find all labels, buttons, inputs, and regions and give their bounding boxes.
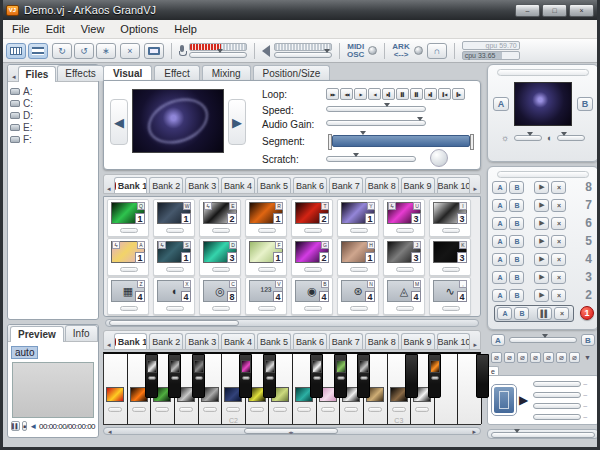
bypass-button-3[interactable]: ⌀ [517, 352, 528, 363]
bank-tab-1[interactable]: Bank 1 [114, 333, 148, 349]
tab-mixing[interactable]: Mixing [202, 65, 251, 81]
cell-slider[interactable] [350, 306, 368, 311]
bank-scroll-right-icon[interactable]: ▸ [471, 341, 479, 349]
visual-cell[interactable]: ¹²³V4 [245, 277, 287, 315]
layer2-stop-button[interactable]: × [551, 289, 566, 302]
tab-files[interactable]: Files [18, 66, 57, 82]
visual-cell[interactable]: ◖X4 [153, 277, 195, 315]
bank-tab-7[interactable]: Bank 7 [329, 333, 363, 349]
layer8-stop-button[interactable]: × [551, 181, 566, 194]
bank-tab-5[interactable]: Bank 5 [257, 333, 291, 349]
visual-cell[interactable]: ◉B4 [291, 277, 333, 315]
clear-button[interactable]: × [120, 43, 140, 59]
layer7-play-button[interactable]: ▶ [534, 199, 549, 212]
channel-a-button[interactable]: A [493, 97, 509, 111]
layer6-play-button[interactable]: ▶ [534, 217, 549, 230]
layer6-stop-button[interactable]: × [551, 217, 566, 230]
cell-slider[interactable] [396, 267, 414, 272]
visual-cell[interactable]: G2 [291, 238, 333, 276]
master-speed-slider[interactable] [487, 429, 599, 439]
cell-slider[interactable] [212, 306, 230, 311]
key-slider[interactable] [108, 407, 122, 412]
crossfader-a-button[interactable]: A [491, 334, 505, 346]
loop-mode-button-9[interactable]: ▌◀ [438, 88, 451, 100]
mixer-view-button[interactable] [28, 43, 48, 59]
time-rewind-icon[interactable]: ◄ [29, 422, 37, 431]
tab-effects[interactable]: Effects [57, 65, 103, 81]
output-gain-slider[interactable] [274, 52, 332, 58]
loop-mode-button-3[interactable]: ▶ [354, 88, 367, 100]
bank-tab-1[interactable]: Bank 1 [114, 177, 148, 193]
crossfader-slider[interactable] [509, 337, 577, 343]
key-slider[interactable] [226, 407, 240, 412]
tab-effect[interactable]: Effect [154, 65, 199, 81]
visual-cell[interactable]: F1 [245, 238, 287, 276]
cell-slider[interactable] [442, 306, 460, 311]
cell-slider[interactable] [120, 228, 138, 233]
contrast-slider[interactable] [557, 135, 585, 141]
sync-a-button[interactable]: ↻ [52, 43, 72, 59]
bank-tab-6[interactable]: Bank 6 [293, 177, 327, 193]
keyboard-view-button[interactable] [6, 43, 26, 59]
visual-cell[interactable]: K3 [429, 238, 471, 276]
mic-gain-slider[interactable] [189, 52, 247, 58]
key-slider[interactable] [297, 407, 311, 412]
layer3-b-button[interactable]: B [509, 271, 524, 284]
loop-mode-button-6[interactable]: ▌▌ [396, 88, 409, 100]
bank-tab-4[interactable]: Bank 4 [221, 177, 255, 193]
visual-cell[interactable]: Y1 [337, 199, 379, 237]
key-slider[interactable] [392, 407, 406, 412]
layer1-a-button[interactable]: A [497, 307, 512, 320]
scratch-knob[interactable] [430, 149, 448, 167]
layer3-stop-button[interactable]: × [551, 271, 566, 284]
scratch-slider[interactable] [326, 156, 416, 162]
bypass-button-6[interactable]: ⌀ [556, 352, 567, 363]
tab-preview[interactable]: Preview [10, 326, 64, 342]
visual-cell[interactable]: ▦Z4 [107, 277, 149, 315]
black-key[interactable] [168, 354, 181, 398]
drive-item[interactable]: E: [10, 121, 96, 133]
tab-scroll-left-icon[interactable]: ◂ [10, 73, 18, 81]
key-slider[interactable] [203, 407, 217, 412]
bank-tab-3[interactable]: Bank 3 [185, 177, 219, 193]
visual-cell[interactable]: ◬M4 [383, 277, 425, 315]
key-slider[interactable] [415, 407, 429, 412]
layer8-play-button[interactable]: ▶ [534, 181, 549, 194]
cell-slider[interactable] [212, 267, 230, 272]
layer1-b-button[interactable]: B [514, 307, 529, 320]
layer5-a-button[interactable]: A [492, 235, 507, 248]
visual-cell[interactable]: H1 [337, 238, 379, 276]
black-key[interactable] [428, 354, 441, 398]
tab-visual[interactable]: Visual [103, 65, 152, 81]
visual-cell[interactable]: R1 [245, 199, 287, 237]
black-key[interactable] [263, 354, 276, 398]
bypass-dropdown-icon[interactable]: ▼ [584, 354, 591, 361]
visual-cell[interactable]: T2 [291, 199, 333, 237]
layer2-a-button[interactable]: A [492, 289, 507, 302]
menu-help[interactable]: Help [166, 21, 205, 37]
visual-cell[interactable]: W1 [153, 199, 195, 237]
bypass-button-7[interactable]: ⌀ [569, 352, 580, 363]
layer3-play-button[interactable]: ▶ [534, 271, 549, 284]
key-slider[interactable] [179, 407, 193, 412]
layer8-b-button[interactable]: B [509, 181, 524, 194]
key-slider[interactable] [155, 407, 169, 412]
layer2-b-button[interactable]: B [509, 289, 524, 302]
bypass-button-2[interactable]: ⌀ [504, 352, 515, 363]
layer7-a-button[interactable]: A [492, 199, 507, 212]
bank-tab-3[interactable]: Bank 3 [185, 333, 219, 349]
layer4-a-button[interactable]: A [492, 253, 507, 266]
key-slider[interactable] [266, 376, 274, 380]
loop-mode-button-5[interactable]: ▶▌ [382, 88, 395, 100]
bypass-button-1[interactable]: ⌀ [491, 352, 502, 363]
bypass-button-5[interactable]: ⌀ [543, 352, 554, 363]
visual-cell[interactable]: ϟS1 [153, 238, 195, 276]
white-key[interactable] [104, 354, 128, 424]
layer4-stop-button[interactable]: × [551, 253, 566, 266]
cell-slider[interactable] [166, 228, 184, 233]
cell-slider[interactable] [258, 267, 276, 272]
cell-slider[interactable] [258, 306, 276, 311]
bank-tab-9[interactable]: Bank 9 [401, 333, 435, 349]
maximize-button[interactable]: □ [542, 4, 567, 17]
layer4-play-button[interactable]: ▶ [534, 253, 549, 266]
